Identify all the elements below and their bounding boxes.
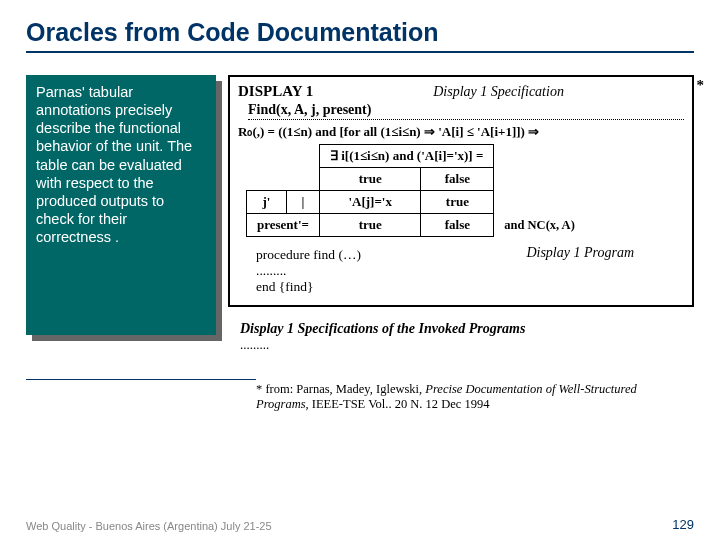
- display-label: DISPLAY 1: [238, 83, 313, 100]
- citation: * from: Parnas, Madey, Iglewski, Precise…: [256, 382, 676, 412]
- spec-table: ∃ i[(1≤i≤n) and ('A[i]='x)] = true false…: [246, 144, 585, 237]
- r0-line: R₀(,) = ((1≤n) and [for all (1≤i≤n) ⇒ 'A…: [238, 124, 684, 140]
- slide-number: 129: [672, 517, 694, 532]
- footer-left: Web Quality - Buenos Aires (Argentina) J…: [26, 520, 272, 532]
- col-false: false: [421, 168, 494, 191]
- spec-area: * DISPLAY 1 Display 1 Specification Find…: [228, 75, 694, 353]
- row-present-label: present'=: [247, 214, 320, 237]
- main-content: Parnas' tabular annotations precisely de…: [26, 75, 694, 353]
- sidebox-container: Parnas' tabular annotations precisely de…: [26, 75, 216, 335]
- proc-end: end {find}: [256, 279, 684, 295]
- program-block: Display 1 Program procedure find (…) ...…: [256, 247, 684, 295]
- footnote-rule: [26, 379, 256, 380]
- find-signature: Find(x, A, j, present): [248, 102, 684, 120]
- table-header-span: ∃ i[(1≤i≤n) and ('A[i]='x)] =: [319, 145, 493, 168]
- sidebox-text: Parnas' tabular annotations precisely de…: [26, 75, 216, 335]
- display-box: * DISPLAY 1 Display 1 Specification Find…: [228, 75, 694, 307]
- citation-tail: , IEEE-TSE Vol.. 20 N. 12 Dec 1994: [306, 397, 490, 411]
- row-j-label: j': [247, 191, 287, 214]
- row-j-true: 'A[j]='x: [319, 191, 421, 214]
- proc-dots: .........: [256, 263, 684, 279]
- display-subtitle: Display 1 Specification: [313, 84, 684, 100]
- row-j-sep: |: [286, 191, 319, 214]
- program-label: Display 1 Program: [526, 245, 634, 261]
- invoked-heading: Display 1 Specifications of the Invoked …: [240, 321, 694, 337]
- footer: Web Quality - Buenos Aires (Argentina) J…: [26, 517, 694, 532]
- row-present-false: false: [421, 214, 494, 237]
- asterisk-marker: *: [697, 77, 705, 94]
- nc-cell: and NC(x, A): [494, 214, 585, 237]
- row-present-true: true: [319, 214, 421, 237]
- row-j-false: true: [421, 191, 494, 214]
- invoked-dots: .........: [240, 337, 694, 353]
- col-true: true: [319, 168, 421, 191]
- slide-title: Oracles from Code Documentation: [26, 18, 694, 53]
- citation-lead: * from: Parnas, Madey, Iglewski,: [256, 382, 425, 396]
